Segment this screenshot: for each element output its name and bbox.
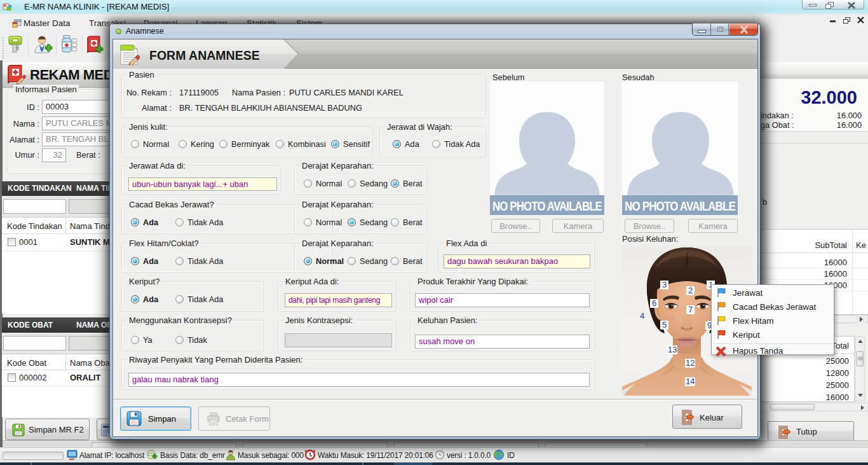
svg-text:NO PHOTO AVAILABLE: NO PHOTO AVAILABLE xyxy=(492,198,602,213)
svg-text:NO PHOTO AVAILABLE: NO PHOTO AVAILABLE xyxy=(625,198,736,213)
